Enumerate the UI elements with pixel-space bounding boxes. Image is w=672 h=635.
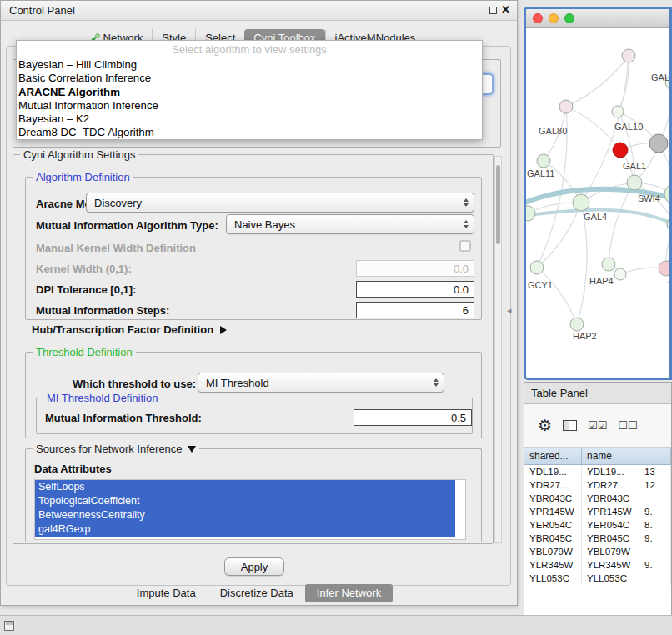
network-node-label: GCY1 bbox=[528, 280, 553, 290]
table-row[interactable]: YBR043CYBR043C bbox=[524, 492, 671, 505]
table-row[interactable]: YBR045CYBR045C9. bbox=[524, 532, 671, 545]
table-cell: 9. bbox=[639, 558, 671, 572]
table-row[interactable]: YLR345WYLR345W9. bbox=[524, 558, 671, 572]
algorithm-option-mutual-information-inference[interactable]: Mutual Information Inference bbox=[17, 99, 482, 112]
attribute-item-topologicalcoefficient[interactable]: TopologicalCoefficient bbox=[35, 494, 455, 508]
table-row[interactable]: YER054CYER054C8. bbox=[524, 518, 671, 532]
deselect-all-icon[interactable]: ☐☐ bbox=[618, 419, 637, 432]
network-node[interactable] bbox=[659, 261, 669, 276]
network-node[interactable] bbox=[602, 258, 615, 271]
hub-section-toggle[interactable]: Hub/Transcription Factor Definition bbox=[32, 323, 227, 336]
network-node-label: SWI4 bbox=[638, 193, 660, 203]
mi-steps-field[interactable] bbox=[356, 302, 474, 318]
column-header-extra[interactable] bbox=[639, 448, 671, 464]
stepper-arrows-icon bbox=[464, 220, 474, 228]
network-node[interactable] bbox=[612, 106, 624, 118]
select-all-icon[interactable]: ☑☑ bbox=[588, 419, 607, 432]
network-node[interactable] bbox=[622, 49, 635, 62]
close-traffic-light-icon[interactable] bbox=[533, 13, 543, 23]
collapse-arrow-icon bbox=[188, 446, 196, 452]
table-row[interactable]: YPR145WYPR145W9. bbox=[524, 505, 671, 518]
dpi-tolerance-field[interactable] bbox=[356, 281, 474, 298]
table-cell bbox=[639, 572, 671, 585]
table-cell: YBR045C bbox=[524, 532, 582, 545]
network-edge[interactable] bbox=[566, 56, 629, 107]
network-node[interactable] bbox=[530, 261, 544, 274]
bottom-tab-impute-data[interactable]: Impute Data bbox=[125, 584, 208, 602]
table-cell: YBR043C bbox=[524, 492, 582, 505]
network-node-label: GAL4 bbox=[584, 212, 607, 222]
network-canvas[interactable]: GALGAL80GAL10GAL11GAL1SWI4GAL4GCY1HAP4HA… bbox=[526, 28, 669, 378]
gear-icon[interactable]: ⚙ bbox=[538, 418, 552, 433]
table-cell: 13 bbox=[639, 465, 671, 478]
algorithm-option-aracne-algorithm[interactable]: ARACNE Algorithm bbox=[17, 86, 482, 99]
network-node[interactable] bbox=[537, 154, 550, 168]
zoom-traffic-light-icon[interactable] bbox=[564, 13, 574, 23]
bottom-tab-infer-network[interactable]: Infer Network bbox=[305, 584, 393, 602]
which-threshold-select[interactable]: MI Threshold bbox=[198, 372, 444, 392]
table-cell: YLR345W bbox=[582, 558, 639, 572]
algorithm-option-dream8-dc-tdc-algorithm[interactable]: Dream8 DC_TDC Algorithm bbox=[17, 126, 482, 139]
table-panel-window: Table Panel ⚙ ☑☑ ☐☐ shared...name YDL19.… bbox=[524, 382, 672, 617]
network-edge[interactable] bbox=[609, 182, 634, 264]
algorithm-option-bayesian-hill-climbing[interactable]: Bayesian – Hill Climbing bbox=[17, 58, 482, 72]
bottom-tab-discretize-data[interactable]: Discretize Data bbox=[208, 584, 305, 602]
aracne-mode-select[interactable]: Discovery bbox=[86, 192, 474, 212]
apply-button[interactable]: Apply bbox=[224, 558, 284, 576]
network-edge[interactable] bbox=[537, 268, 577, 324]
which-threshold-label: Which threshold to use: bbox=[73, 378, 196, 390]
kernel-width-field[interactable] bbox=[356, 260, 474, 277]
column-header-shared[interactable]: shared... bbox=[524, 448, 582, 464]
attribute-item-gal4rgexp[interactable]: gal4RGexp bbox=[35, 522, 455, 537]
collapsed-panel-icon[interactable] bbox=[4, 621, 14, 631]
network-node[interactable] bbox=[613, 142, 628, 158]
network-node[interactable] bbox=[570, 318, 584, 331]
close-icon[interactable]: ✕ bbox=[501, 3, 510, 16]
column-header-name[interactable]: name bbox=[582, 448, 639, 464]
mi-threshold-definition-group: MI Threshold Definition Mutual Informati… bbox=[36, 398, 473, 434]
settings-scrollbar[interactable] bbox=[494, 156, 502, 543]
network-node[interactable] bbox=[664, 184, 669, 204]
network-node[interactable] bbox=[526, 206, 535, 221]
table-body: YDL19...YDL19...13YDR27...YDR27...12YBR0… bbox=[524, 465, 671, 617]
mi-algorithm-type-select[interactable]: Naive Bayes bbox=[226, 214, 474, 234]
expand-arrow-icon bbox=[220, 326, 227, 334]
table-cell: YPR145W bbox=[582, 505, 639, 518]
network-window-titlebar[interactable] bbox=[526, 9, 669, 28]
aracne-mode-value: Discovery bbox=[94, 197, 142, 209]
algorithm-definition-group: Algorithm Definition Aracne Mode: Discov… bbox=[25, 177, 482, 320]
network-view-window: GALGAL80GAL10GAL11GAL1SWI4GAL4GCY1HAP4HA… bbox=[524, 7, 672, 380]
table-row[interactable]: YLL053CYLL053C bbox=[524, 572, 671, 585]
splitter-collapse-icon[interactable]: ◂ bbox=[507, 305, 512, 316]
table-panel-titlebar[interactable]: Table Panel bbox=[524, 382, 671, 404]
minimize-traffic-light-icon[interactable] bbox=[549, 13, 559, 23]
float-window-icon[interactable] bbox=[489, 7, 497, 14]
network-node[interactable] bbox=[627, 175, 642, 190]
algorithm-option-basic-correlation-inference[interactable]: Basic Correlation Inference bbox=[17, 72, 482, 85]
columns-icon[interactable] bbox=[563, 420, 577, 431]
manual-kernel-width-checkbox[interactable] bbox=[459, 240, 471, 252]
attribute-item-betweennesscentrality[interactable]: BetweennessCentrality bbox=[35, 508, 455, 522]
mi-threshold-field[interactable] bbox=[354, 409, 472, 426]
network-node[interactable] bbox=[559, 100, 573, 113]
network-edge[interactable] bbox=[618, 56, 629, 112]
sources-section-toggle[interactable]: Sources for Network Inference bbox=[33, 442, 199, 455]
network-node[interactable] bbox=[573, 194, 589, 211]
attribute-item-selfloops[interactable]: SelfLoops bbox=[35, 480, 455, 494]
table-cell: 9. bbox=[639, 532, 671, 545]
network-node[interactable] bbox=[614, 268, 626, 280]
scrollbar-thumb[interactable] bbox=[496, 165, 500, 244]
network-node-label: HAP4 bbox=[589, 276, 614, 286]
network-node[interactable] bbox=[649, 134, 668, 152]
threshold-definition-title: Threshold Definition bbox=[33, 346, 136, 358]
table-row[interactable]: YBL079WYBL079W bbox=[524, 545, 671, 558]
panel-title: Control Panel bbox=[9, 4, 75, 17]
table-row[interactable]: YDL19...YDL19...13 bbox=[524, 465, 671, 478]
network-node[interactable] bbox=[667, 216, 669, 232]
table-cell: YDR27... bbox=[524, 478, 582, 492]
algorithm-option-bayesian-k2[interactable]: Bayesian – K2 bbox=[17, 112, 482, 126]
control-panel-titlebar[interactable]: Control Panel ✕ bbox=[1, 1, 517, 21]
data-attributes-list[interactable]: SelfLoopsTopologicalCoefficientBetweenne… bbox=[34, 479, 466, 540]
settings-group-title: Cyni Algorithm Settings bbox=[20, 148, 138, 161]
table-row[interactable]: YDR27...YDR27...12 bbox=[524, 478, 671, 492]
